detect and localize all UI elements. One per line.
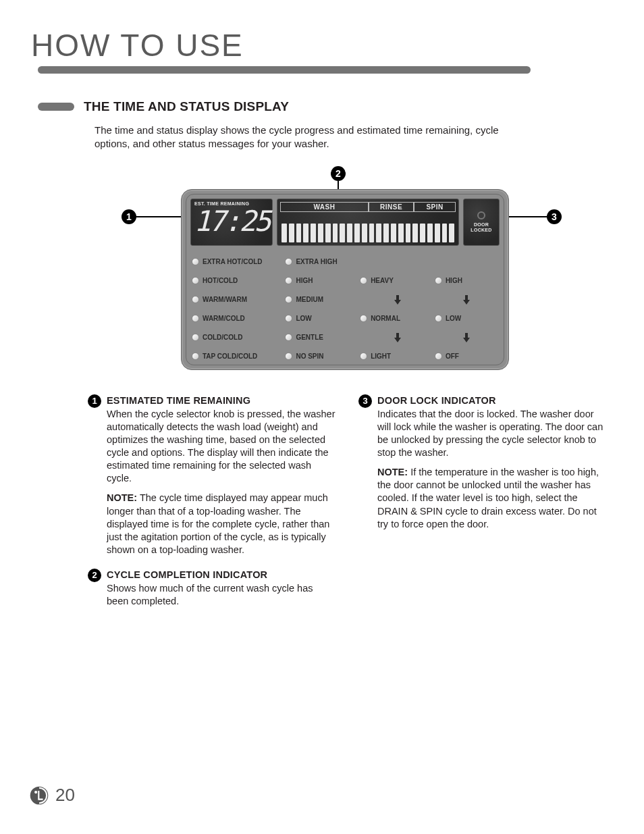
section-bullet <box>38 103 74 111</box>
opt-high-2: HIGH <box>435 271 498 290</box>
opt-label: HOT/COLD <box>203 277 238 284</box>
arrow-down-icon <box>360 328 435 347</box>
opt-warm-warm: WARM/WARM <box>192 290 285 309</box>
opt-label: WARM/COLD <box>203 315 245 322</box>
item-2-number: 2 <box>88 569 101 582</box>
opt-off: OFF <box>435 347 498 365</box>
callout-3-bubble: 3 <box>547 209 562 224</box>
opt-label: EXTRA HOT/COLD <box>203 258 263 265</box>
item-3-title: DOOR LOCK INDICATOR <box>377 394 606 407</box>
led-icon <box>285 258 292 265</box>
item-1-p1: When the cycle selector knob is pressed,… <box>107 408 336 486</box>
led-icon <box>192 353 199 360</box>
led-icon <box>192 296 199 303</box>
item-1-number: 1 <box>88 394 101 408</box>
led-icon <box>192 315 199 322</box>
intro-text: The time and status display shows the cy… <box>95 124 533 151</box>
opt-label: NORMAL <box>371 315 400 322</box>
opt-blank <box>360 253 435 271</box>
led-icon <box>360 353 367 360</box>
led-icon <box>435 315 442 322</box>
option-grid: EXTRA HOT/COLD EXTRA HIGH HOT/COLD HIGH … <box>186 250 504 365</box>
page-footer: 20 <box>30 785 75 806</box>
progress-bar <box>280 224 456 242</box>
led-icon <box>285 296 292 303</box>
opt-no-spin: NO SPIN <box>285 347 360 365</box>
section-heading: THE TIME AND STATUS DISPLAY <box>84 99 289 114</box>
item-3-p1: Indicates that the door is locked. The w… <box>377 408 606 460</box>
opt-label: HEAVY <box>371 277 394 284</box>
opt-label: TAP COLD/COLD <box>203 353 257 360</box>
door-lock-block: DOORLOCKED <box>463 199 500 246</box>
item-3-number: 3 <box>358 394 372 408</box>
opt-normal: NORMAL <box>360 309 435 328</box>
door-lock-label: DOORLOCKED <box>471 222 491 232</box>
opt-label: MEDIUM <box>296 296 323 303</box>
phase-spin: SPIN <box>414 202 456 212</box>
item-1-note-text: The cycle time displayed may appear much… <box>107 492 329 555</box>
opt-label: NO SPIN <box>296 353 323 360</box>
opt-high: HIGH <box>285 271 360 290</box>
opt-label: LOW <box>296 315 311 322</box>
item-3-p2: NOTE: If the temperature in the washer i… <box>377 466 606 531</box>
opt-light: LIGHT <box>360 347 435 365</box>
item-1: 1 ESTIMATED TIME REMAINING When the cycl… <box>88 394 336 557</box>
opt-label: GENTLE <box>296 334 323 341</box>
item-3: 3 DOOR LOCK INDICATOR Indicates that the… <box>358 394 606 531</box>
opt-low: LOW <box>285 309 360 328</box>
led-icon <box>192 277 199 284</box>
opt-label: COLD/COLD <box>203 334 242 341</box>
title-rule <box>38 66 531 74</box>
opt-hot-cold: HOT/COLD <box>192 271 285 290</box>
opt-label: HIGH <box>296 277 313 284</box>
opt-tap-cold-cold: TAP COLD/COLD <box>192 347 285 365</box>
led-icon <box>435 277 442 284</box>
opt-cold-cold: COLD/COLD <box>192 328 285 347</box>
item-2-title: CYCLE COMPLETION INDICATOR <box>107 569 336 581</box>
opt-label: EXTRA HIGH <box>296 258 337 265</box>
time-remaining-block: EST. TIME REMAINING 17:25 <box>190 199 273 246</box>
opt-low-2: LOW <box>435 309 498 328</box>
cycle-progress-block: WASH RINSE SPIN <box>277 199 459 246</box>
arrow-down-icon <box>435 290 498 309</box>
door-lock-led-icon <box>477 211 485 219</box>
time-remaining-value: 17:25 <box>191 206 272 245</box>
led-icon <box>285 315 292 322</box>
led-icon <box>192 334 199 341</box>
phase-rinse: RINSE <box>369 202 414 212</box>
led-icon <box>360 315 367 322</box>
opt-blank <box>435 253 498 271</box>
arrow-down-icon <box>435 328 498 347</box>
opt-label: WARM/WARM <box>203 296 247 303</box>
page-title: HOW TO USE <box>31 27 606 63</box>
led-icon <box>360 277 367 284</box>
led-icon <box>285 277 292 284</box>
phase-wash: WASH <box>280 202 369 212</box>
display-diagram: 2 1 3 EST. TIME REMAINING 17:25 WASH RIN… <box>95 170 581 380</box>
note-label: NOTE: <box>107 492 137 503</box>
item-1-title: ESTIMATED TIME REMAINING <box>107 394 336 407</box>
callout-2-bubble: 2 <box>331 166 346 181</box>
page-number: 20 <box>55 785 75 806</box>
opt-label: LOW <box>446 315 461 322</box>
item-2: 2 CYCLE COMPLETION INDICATOR Shows how m… <box>88 569 336 608</box>
item-1-p2: NOTE: The cycle time displayed may appea… <box>107 492 336 556</box>
led-icon <box>435 353 442 360</box>
opt-gentle: GENTLE <box>285 328 360 347</box>
opt-extra-hot-cold: EXTRA HOT/COLD <box>192 253 285 271</box>
item-2-p1: Shows how much of the current wash cycle… <box>107 582 336 608</box>
opt-medium: MEDIUM <box>285 290 360 309</box>
opt-extra-high: EXTRA HIGH <box>285 253 360 271</box>
arrow-down-icon <box>360 290 435 309</box>
opt-label: HIGH <box>446 277 462 284</box>
led-icon <box>285 334 292 341</box>
lg-logo-icon <box>30 786 49 805</box>
opt-label: LIGHT <box>371 353 391 360</box>
opt-heavy: HEAVY <box>360 271 435 290</box>
opt-label: OFF <box>446 353 459 360</box>
opt-warm-cold: WARM/COLD <box>192 309 285 328</box>
led-icon <box>285 353 292 360</box>
item-3-note-text: If the temperature in the washer is too … <box>377 467 599 529</box>
callout-1-bubble: 1 <box>122 209 136 224</box>
control-panel: EST. TIME REMAINING 17:25 WASH RINSE SPI… <box>181 189 509 370</box>
